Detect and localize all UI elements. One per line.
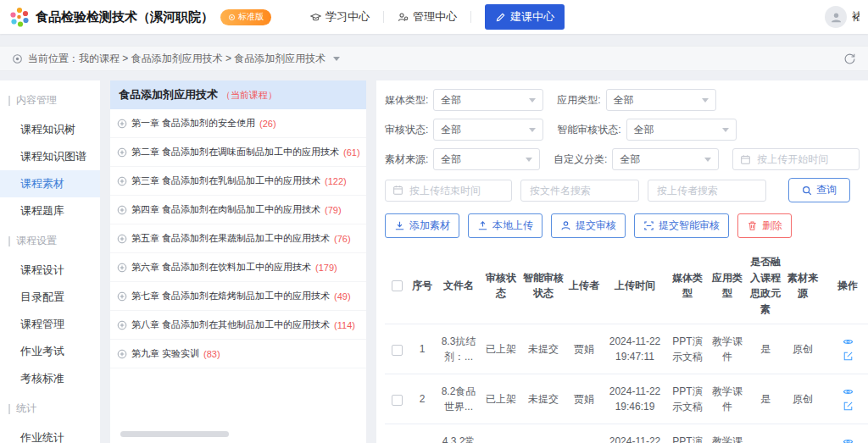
uploader-search-field[interactable] (655, 184, 759, 197)
chevron-down-icon (529, 98, 536, 102)
nav-manage-center[interactable]: 管理中心 (384, 9, 470, 25)
chapter-item-7[interactable]: 第七章 食品添加剂在焙烤制品加工中的应用技术 (49) (110, 282, 366, 311)
media-type-select[interactable]: 全部 (433, 89, 543, 111)
chapter-title: 第八章 食品添加剂在其他制品加工中的应用技术 (131, 318, 330, 331)
chapter-item-8[interactable]: 第八章 食品添加剂在其他制品加工中的应用技术 (114) (110, 311, 366, 340)
user-avatar[interactable] (825, 6, 847, 28)
calendar-icon (740, 154, 751, 165)
submit-smart-audit-button[interactable]: 提交智能审核 (634, 213, 729, 238)
filename-search-field[interactable] (528, 184, 632, 197)
cell-ideology: 是 (748, 424, 783, 443)
submit-audit-button[interactable]: 提交审核 (551, 213, 626, 238)
submit-smart-audit-label: 提交智能审核 (659, 219, 720, 233)
location-icon (12, 53, 23, 64)
view-icon[interactable] (843, 386, 854, 397)
view-icon[interactable] (843, 336, 854, 347)
chapter-item-1[interactable]: 第一章 食品添加剂的安全使用 (26) (110, 109, 366, 138)
cell-media-type: PPT演示文稿 (668, 324, 707, 374)
chevron-down-icon[interactable] (333, 57, 340, 61)
back-button[interactable] (843, 53, 856, 65)
chapter-item-5[interactable]: 第五章 食品添加剂在果蔬制品加工中的应用技术 (76) (110, 224, 366, 253)
smart-audit-status-select[interactable]: 全部 (626, 119, 737, 141)
audit-status-select[interactable]: 全部 (433, 119, 543, 141)
horizontal-scrollbar[interactable] (120, 431, 229, 437)
table-row-3: 3 4.3.2常见水... 已上架 未提交 贾娟 2024-11-22 19:4… (385, 424, 868, 443)
filename-search-input[interactable] (520, 180, 639, 202)
nav-study-center[interactable]: 学习中心 (297, 9, 383, 25)
material-source-label: 素材来源: (385, 152, 428, 167)
select-all-checkbox[interactable] (392, 280, 403, 291)
chapter-count: (83) (203, 349, 220, 359)
expand-plus-icon (117, 205, 127, 215)
search-button-label: 查询 (816, 183, 837, 197)
sidebar-item-homework-stats[interactable]: 作业统计 (0, 424, 100, 443)
cell-upload-time: 2024-11-22 19:45:34 (602, 424, 668, 443)
sidebar-item-assessment-standard[interactable]: 考核标准 (0, 365, 100, 392)
filter-row-2: 审核状态: 全部 智能审核状态: 全部 (385, 119, 868, 141)
sidebar-item-question-bank[interactable]: 课程题库 (0, 197, 100, 224)
chapter-item-9[interactable]: 第九章 实验实训 (83) (110, 340, 366, 368)
column-header-audit: 审核状态 (481, 247, 520, 324)
app-type-label: 应用类型: (557, 93, 600, 108)
cell-filename[interactable]: 8.3抗结剂：... (436, 324, 481, 374)
edit-icon[interactable] (843, 351, 854, 362)
chevron-down-icon (702, 98, 709, 102)
upload-date: 2024-11-22 (604, 434, 666, 443)
chapter-item-3[interactable]: 第三章 食品添加剂在乳制品加工中的应用技术 (122) (110, 167, 366, 196)
custom-category-select[interactable]: 全部 (612, 148, 719, 170)
chevron-down-icon (704, 158, 711, 162)
chapter-title: 第五章 食品添加剂在果蔬制品加工中的应用技术 (131, 232, 330, 245)
audit-status-label: 审核状态: (385, 123, 428, 137)
row-checkbox[interactable] (392, 395, 403, 406)
nav-manage-label: 管理中心 (413, 9, 457, 25)
upload-end-time-field[interactable] (408, 184, 504, 197)
chapter-count: (76) (334, 234, 351, 244)
edit-icon[interactable] (843, 401, 854, 412)
cell-source: 原创 (783, 374, 822, 424)
view-icon[interactable] (843, 436, 854, 443)
chapter-title: 第七章 食品添加剂在焙烤制品加工中的应用技术 (131, 290, 330, 302)
expand-plus-icon (117, 147, 127, 158)
local-upload-button[interactable]: 本地上传 (468, 213, 542, 238)
material-panel: 媒体类型: 全部 应用类型: 全部 审核状态: 全部 智能审核状态: 全部 (376, 80, 868, 443)
cell-filename[interactable]: 8.2食品世界... (436, 374, 481, 424)
app-type-select[interactable]: 全部 (606, 89, 716, 111)
sidebar-item-course-design[interactable]: 课程设计 (0, 257, 100, 284)
cell-ops (822, 374, 868, 424)
nav-build-center[interactable]: 建课中心 (485, 4, 565, 30)
chapter-item-6[interactable]: 第六章 食品添加剂在饮料加工中的应用技术 (179) (110, 253, 366, 282)
sidebar-item-catalog-config[interactable]: 目录配置 (0, 284, 100, 311)
sidebar-item-course-materials[interactable]: 课程素材 (0, 170, 100, 197)
upload-start-time-field[interactable] (755, 152, 852, 166)
current-course-header[interactable]: 食品添加剂应用技术 （当前课程） (110, 80, 366, 109)
sidebar-item-course-manage[interactable]: 课程管理 (0, 311, 100, 338)
sidebar-item-knowledge-tree[interactable]: 课程知识树 (0, 116, 100, 143)
chapter-item-2[interactable]: 第二章 食品添加剂在调味面制品加工中的应用技术 (61) (110, 138, 366, 167)
upload-start-time-input[interactable] (732, 148, 860, 170)
chapter-item-4[interactable]: 第四章 食品添加剂在肉制品加工中的应用技术 (79) (110, 196, 366, 224)
add-material-button[interactable]: 添加素材 (385, 213, 459, 238)
nav-divider (470, 11, 471, 23)
select-value: 全部 (614, 93, 634, 108)
uploader-search-input[interactable] (648, 180, 766, 202)
cell-uploader: 贾娟 (566, 324, 602, 374)
sidebar-item-knowledge-graph[interactable]: 课程知识图谱 (0, 143, 100, 170)
upload-end-time-input[interactable] (385, 180, 512, 202)
checkbox-cell (385, 324, 409, 374)
search-icon (802, 186, 812, 196)
breadcrumb: 当前位置：我的课程 > 食品添加剂应用技术 > 食品添加剂应用技术 (28, 52, 326, 66)
column-header-source: 素材来源 (783, 247, 822, 324)
cell-app-type: 教学课件 (707, 374, 748, 424)
cell-upload-time: 2024-11-22 19:47:11 (602, 324, 668, 374)
sidebar-item-homework-exam[interactable]: 作业考试 (0, 338, 100, 365)
expand-plus-icon (117, 176, 127, 186)
nav-study-label: 学习中心 (326, 9, 370, 25)
cell-filename[interactable]: 4.3.2常见水... (436, 424, 481, 443)
sidebar-section-statistics: 统计 (0, 392, 100, 424)
search-button[interactable]: 查询 (788, 178, 850, 202)
nav-build-label: 建课中心 (510, 9, 554, 25)
delete-button[interactable]: 删除 (737, 213, 792, 238)
material-source-select[interactable]: 全部 (433, 148, 540, 170)
pencil-icon (495, 12, 506, 23)
row-checkbox[interactable] (392, 345, 403, 356)
